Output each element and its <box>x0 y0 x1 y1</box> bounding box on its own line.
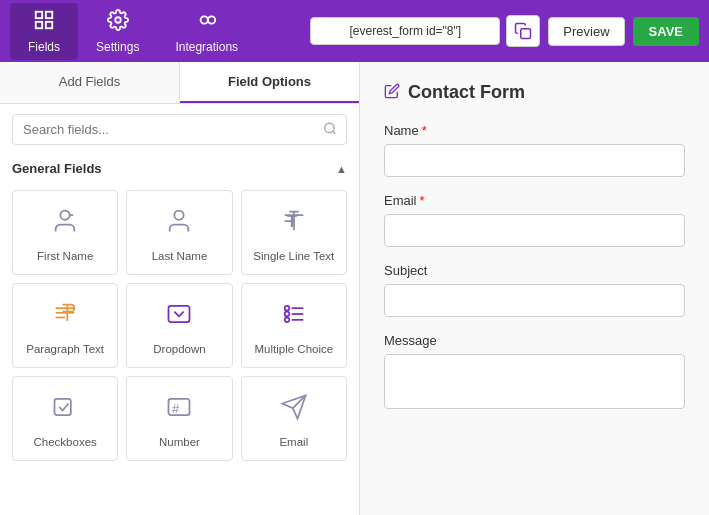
field-item-multiple-choice[interactable]: Multiple Choice <box>241 283 347 368</box>
tab-add-fields[interactable]: Add Fields <box>0 62 180 103</box>
paragraph-label: Paragraph Text <box>26 343 104 355</box>
email-required-star: * <box>420 193 425 208</box>
first-name-icon <box>51 207 79 242</box>
form-title: Contact Form <box>408 82 525 103</box>
svg-text:T: T <box>287 212 297 230</box>
number-icon: # <box>165 393 193 428</box>
field-grid: First Name Last Name T <box>0 182 359 469</box>
tab-field-options[interactable]: Field Options <box>180 62 359 103</box>
main-layout: Add Fields Field Options General Fields … <box>0 62 709 515</box>
checkboxes-label: Checkboxes <box>34 436 97 448</box>
search-icon <box>323 121 337 138</box>
preview-button[interactable]: Preview <box>548 17 624 46</box>
svg-point-18 <box>284 306 289 311</box>
shortcode-display: [everest_form id="8"] <box>310 17 500 45</box>
fields-icon <box>33 9 55 36</box>
nav-integrations-label: Integrations <box>175 40 238 54</box>
left-panel: Add Fields Field Options General Fields … <box>0 62 360 515</box>
form-field-email: Email * <box>384 193 685 247</box>
edit-icon <box>384 83 400 103</box>
email-icon <box>280 393 308 428</box>
section-label: General Fields <box>12 161 102 176</box>
svg-rect-24 <box>55 399 71 415</box>
number-label: Number <box>159 436 200 448</box>
top-nav: Fields Settings Integrations [everest_fo… <box>0 0 709 62</box>
form-title-row: Contact Form <box>384 82 685 103</box>
nav-item-settings[interactable]: Settings <box>78 3 157 60</box>
svg-rect-0 <box>36 11 42 17</box>
svg-rect-7 <box>521 29 531 39</box>
search-input[interactable] <box>12 114 347 145</box>
multiple-choice-icon <box>280 300 308 335</box>
nav-settings-label: Settings <box>96 40 139 54</box>
svg-rect-17 <box>169 306 190 322</box>
field-item-paragraph[interactable]: Paragraph Text <box>12 283 118 368</box>
tab-bar: Add Fields Field Options <box>0 62 359 104</box>
first-name-label: First Name <box>37 250 93 262</box>
name-label: Name * <box>384 123 685 138</box>
subject-input[interactable] <box>384 284 685 317</box>
dropdown-label: Dropdown <box>153 343 205 355</box>
field-item-checkboxes[interactable]: Checkboxes <box>12 376 118 461</box>
name-input[interactable] <box>384 144 685 177</box>
svg-point-4 <box>115 17 121 23</box>
section-chevron-icon: ▲ <box>336 163 347 175</box>
checkboxes-icon <box>51 393 79 428</box>
svg-point-10 <box>60 211 69 220</box>
email-field-label: Email * <box>384 193 685 208</box>
form-field-message: Message <box>384 333 685 412</box>
nav-item-fields[interactable]: Fields <box>10 3 78 60</box>
email-label: Email <box>279 436 308 448</box>
right-panel: Contact Form Name * Email * Subject Me <box>360 62 709 515</box>
field-item-single-line[interactable]: T Single Line Text <box>241 190 347 275</box>
svg-rect-1 <box>46 11 52 17</box>
name-required-star: * <box>422 123 427 138</box>
last-name-icon <box>165 207 193 242</box>
field-item-number[interactable]: # Number <box>126 376 232 461</box>
copy-shortcode-button[interactable] <box>506 15 540 47</box>
nav-fields-label: Fields <box>28 40 60 54</box>
last-name-label: Last Name <box>152 250 208 262</box>
dropdown-icon <box>165 300 193 335</box>
section-header: General Fields ▲ <box>0 155 359 182</box>
search-wrap <box>0 104 359 155</box>
svg-line-9 <box>333 131 336 134</box>
settings-icon <box>107 9 129 36</box>
svg-point-22 <box>284 318 289 323</box>
nav-item-integrations[interactable]: Integrations <box>157 3 256 60</box>
field-item-last-name[interactable]: Last Name <box>126 190 232 275</box>
message-textarea[interactable] <box>384 354 685 409</box>
multiple-choice-label: Multiple Choice <box>255 343 334 355</box>
svg-point-20 <box>284 312 289 317</box>
svg-point-6 <box>208 16 215 23</box>
paragraph-icon <box>51 300 79 335</box>
svg-rect-2 <box>36 21 42 27</box>
form-field-subject: Subject <box>384 263 685 317</box>
field-item-first-name[interactable]: First Name <box>12 190 118 275</box>
subject-label: Subject <box>384 263 685 278</box>
field-item-dropdown[interactable]: Dropdown <box>126 283 232 368</box>
single-line-label: Single Line Text <box>253 250 334 262</box>
single-line-icon: T <box>280 207 308 242</box>
integrations-icon <box>196 9 218 36</box>
form-field-name: Name * <box>384 123 685 177</box>
svg-point-12 <box>175 211 184 220</box>
svg-point-5 <box>200 16 207 23</box>
save-button[interactable]: SAVE <box>633 17 699 46</box>
email-input[interactable] <box>384 214 685 247</box>
svg-text:#: # <box>172 401 180 416</box>
svg-point-8 <box>325 123 334 132</box>
svg-rect-3 <box>46 21 52 27</box>
message-label: Message <box>384 333 685 348</box>
field-item-email[interactable]: Email <box>241 376 347 461</box>
